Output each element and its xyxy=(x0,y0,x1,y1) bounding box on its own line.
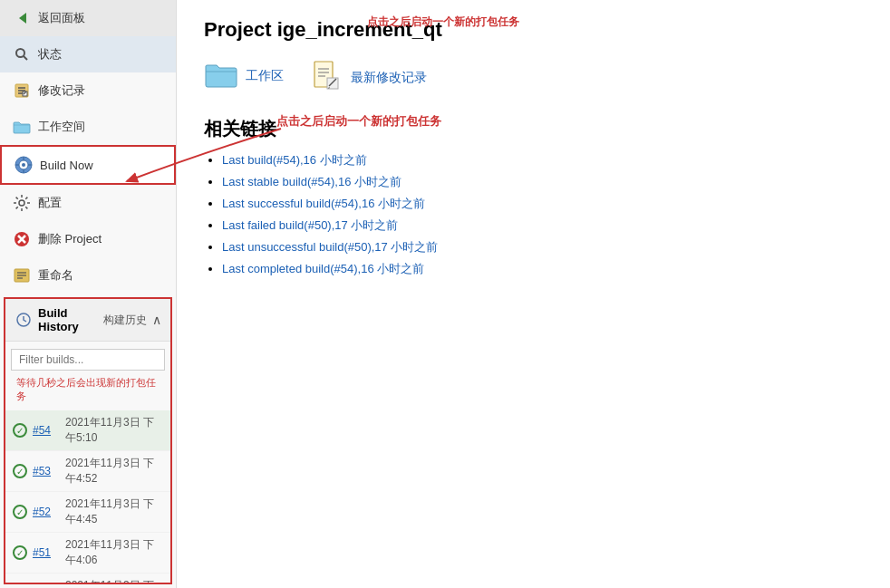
sidebar-item-status[interactable]: 状态 xyxy=(0,36,176,72)
sidebar-item-label: Build Now xyxy=(40,159,93,172)
related-links-section: 相关链接 Last build(#54),16 小时之前 Last stable… xyxy=(204,117,863,277)
svg-marker-0 xyxy=(19,13,26,24)
list-item-last-successful: Last successful build(#54),16 小时之前 xyxy=(222,196,863,212)
build-item-53[interactable]: ✓ #53 2021年11月3日 下午4:52 xyxy=(5,451,170,492)
folder-icon xyxy=(13,118,31,136)
status-success-icon: ✓ xyxy=(13,505,27,519)
build-link-54[interactable]: #54 xyxy=(33,424,60,437)
filter-container: 等待几秒之后会出现新的打包任务 xyxy=(5,342,170,410)
list-item-last-failed: Last failed build(#50),17 小时之前 xyxy=(222,217,863,234)
link-last-stable[interactable]: Last stable build(#54),16 小时之前 xyxy=(222,175,401,188)
sidebar-item-label: 配置 xyxy=(38,195,62,211)
related-section-title: 相关链接 xyxy=(204,117,863,141)
sidebar-item-changelog[interactable]: 修改记录 xyxy=(0,72,176,109)
sidebar-item-delete[interactable]: 删除 Project xyxy=(0,221,176,257)
workspace-link[interactable]: 工作区 xyxy=(204,60,284,92)
sidebar: 返回面板 状态 xyxy=(0,0,177,588)
sidebar-item-workspace[interactable]: 工作空间 xyxy=(0,109,176,145)
link-last-completed[interactable]: Last completed build(#54),16 小时之前 xyxy=(222,262,424,275)
list-item-last-build: Last build(#54),16 小时之前 xyxy=(222,152,863,169)
project-links-row: 工作区 最新修改记录 xyxy=(204,60,863,95)
changelog-link-label: 最新修改记录 xyxy=(351,70,427,86)
build-icon xyxy=(15,156,33,174)
build-history-header: Build History 构建历史 ∧ xyxy=(5,299,170,342)
sidebar-item-build-now[interactable]: Build Now xyxy=(0,145,176,185)
arrow-left-icon xyxy=(13,9,31,27)
list-item-last-unsuccessful: Last unsuccessful build(#50),17 小时之前 xyxy=(222,239,863,255)
sidebar-item-label: 返回面板 xyxy=(38,10,85,26)
svg-point-1 xyxy=(16,49,24,57)
folder-large-icon xyxy=(204,60,238,92)
sidebar-item-rename[interactable]: 重命名 xyxy=(0,257,176,294)
annotation-arrow-text: 点击之后启动一个新的打包任务 xyxy=(367,14,519,30)
sidebar-item-back-panel[interactable]: 返回面板 xyxy=(0,0,176,36)
svg-line-2 xyxy=(24,56,27,60)
sidebar-item-label: 删除 Project xyxy=(38,231,102,247)
build-item-54[interactable]: ✓ #54 2021年11月3日 下午5:10 xyxy=(5,410,170,451)
link-last-successful[interactable]: Last successful build(#54),16 小时之前 xyxy=(222,197,425,210)
list-item-last-stable: Last stable build(#54),16 小时之前 xyxy=(222,174,863,190)
edit-icon xyxy=(13,82,31,100)
filter-annotation: 等待几秒之后会出现新的打包任务 xyxy=(11,374,165,407)
rename-icon xyxy=(13,266,31,284)
file-edit-icon xyxy=(311,60,343,95)
link-last-failed[interactable]: Last failed build(#50),17 小时之前 xyxy=(222,218,398,232)
main-content: Project ige_increment_qt 点击之后启动一个新的打包任务 … xyxy=(177,0,890,588)
sidebar-item-label: 重命名 xyxy=(38,267,73,284)
build-date-51: 2021年11月3日 下午4:06 xyxy=(65,537,163,568)
sidebar-item-label: 状态 xyxy=(38,46,62,63)
build-history-subtitle: 构建历史 xyxy=(103,313,147,328)
svg-point-16 xyxy=(19,200,24,206)
build-item-50[interactable]: ✕ #50 2021年11月3日 下午4:02 xyxy=(5,574,170,583)
build-date-53: 2021年11月3日 下午4:52 xyxy=(65,456,163,487)
changelog-link[interactable]: 最新修改记录 xyxy=(311,60,427,95)
build-history-icon xyxy=(15,311,33,329)
build-history-section: Build History 构建历史 ∧ 等待几秒之后会出现新的打包任务 ✓ #… xyxy=(4,297,172,584)
search-icon xyxy=(13,45,31,63)
build-date-52: 2021年11月3日 下午4:45 xyxy=(65,496,163,527)
build-item-52[interactable]: ✓ #52 2021年11月3日 下午4:45 xyxy=(5,492,170,533)
build-link-53[interactable]: #53 xyxy=(33,465,60,477)
status-success-icon: ✓ xyxy=(13,545,27,560)
status-success-icon: ✓ xyxy=(13,423,27,438)
build-date-54: 2021年11月3日 下午5:10 xyxy=(65,415,163,446)
workspace-link-label: 工作区 xyxy=(246,68,284,84)
sidebar-item-label: 修改记录 xyxy=(38,82,85,99)
sidebar-item-label: 工作空间 xyxy=(38,119,85,135)
sidebar-item-config[interactable]: 配置 xyxy=(0,185,176,221)
svg-point-11 xyxy=(22,163,25,167)
project-title: Project ige_increment_qt xyxy=(204,18,863,42)
build-link-51[interactable]: #51 xyxy=(33,546,60,559)
build-item-51[interactable]: ✓ #51 2021年11月3日 下午4:06 xyxy=(5,533,170,574)
build-history-title: Build History xyxy=(38,306,98,333)
delete-icon xyxy=(13,230,31,248)
build-link-52[interactable]: #52 xyxy=(33,506,60,518)
status-success-icon: ✓ xyxy=(13,464,27,478)
build-list: ✓ #54 2021年11月3日 下午5:10 ✓ #53 2021年11月3日… xyxy=(5,410,170,583)
list-item-last-completed: Last completed build(#54),16 小时之前 xyxy=(222,261,863,277)
gear-icon xyxy=(13,194,31,212)
related-links-list: Last build(#54),16 小时之前 Last stable buil… xyxy=(204,152,863,277)
link-last-unsuccessful[interactable]: Last unsuccessful build(#50),17 小时之前 xyxy=(222,240,438,254)
build-date-50: 2021年11月3日 下午4:02 xyxy=(65,578,163,583)
link-last-build[interactable]: Last build(#54),16 小时之前 xyxy=(222,153,367,167)
filter-input[interactable] xyxy=(11,349,165,371)
collapse-icon[interactable]: ∧ xyxy=(152,313,161,327)
